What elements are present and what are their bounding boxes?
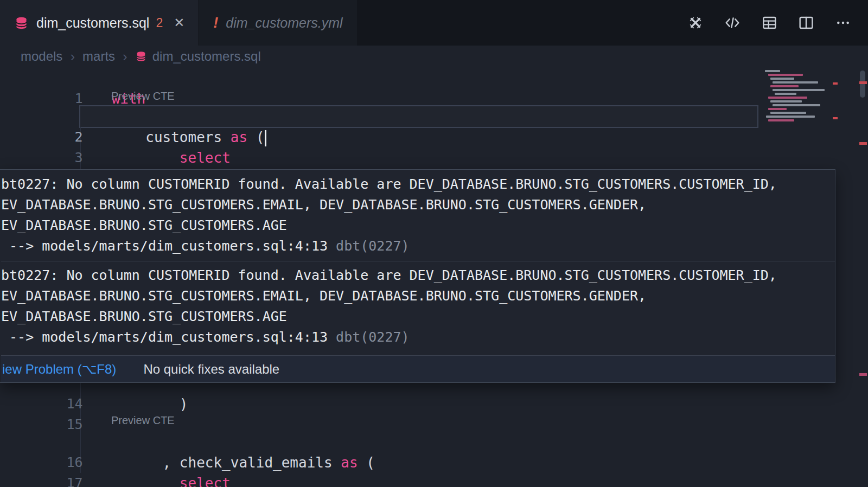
code-token bbox=[112, 475, 180, 487]
error-marker bbox=[859, 373, 867, 376]
diagnostic-text: EV_DATABASE.BRUNO.STG_CUSTOMERS.EMAIL, D… bbox=[1, 195, 835, 215]
minimap-error-marker bbox=[833, 82, 838, 85]
diagnostic-message: bt0227: No column CUSTOMERID found. Avai… bbox=[1, 265, 835, 348]
diagnostic-location: --> models/marts/dim_customers.sql:4:13 bbox=[1, 329, 336, 345]
code-line[interactable]: 2 customers as ( bbox=[0, 106, 835, 127]
code-line[interactable]: 16 , check_valid_emails as ( bbox=[0, 432, 835, 452]
code-line[interactable]: 4 customerId bbox=[0, 148, 835, 168]
code-token: select bbox=[180, 475, 231, 487]
scrollbar[interactable] bbox=[858, 67, 868, 487]
tab-label: dim_customers.sql bbox=[36, 15, 149, 31]
breadcrumb-item-models[interactable]: models bbox=[21, 49, 62, 64]
database-icon bbox=[14, 16, 29, 30]
code-line[interactable]: 3 select bbox=[0, 127, 835, 148]
code-line[interactable]: 17 select bbox=[0, 452, 835, 473]
tab-dim-customers-sql[interactable]: dim_customers.sql 2 ✕ bbox=[0, 0, 199, 46]
tab-modified-badge: 2 bbox=[156, 16, 163, 30]
code-line[interactable]: 15 bbox=[0, 394, 835, 414]
error-indicator-icon: ! bbox=[213, 15, 218, 31]
tab-label: dim_customers.yml bbox=[226, 15, 342, 31]
divider bbox=[1, 261, 835, 261]
scrollbar-thumb[interactable] bbox=[860, 71, 865, 98]
no-quick-fixes-label: No quick fixes available bbox=[143, 362, 279, 377]
line-number: 17 bbox=[34, 473, 83, 487]
breadcrumb: models › marts › dim_customers.sql bbox=[0, 46, 868, 67]
code-preview-icon[interactable] bbox=[724, 14, 741, 31]
diagnostic-source: dbt(0227) bbox=[336, 329, 409, 345]
split-editor-icon[interactable] bbox=[797, 14, 815, 31]
diagnostic-message: bt0227: No column CUSTOMERID found. Avai… bbox=[1, 174, 835, 257]
error-hover-popup: bt0227: No column CUSTOMERID found. Avai… bbox=[0, 169, 835, 383]
diagnostic-source: dbt(0227) bbox=[336, 238, 409, 254]
error-marker bbox=[859, 81, 867, 84]
dbt-extension-icon[interactable] bbox=[687, 14, 704, 31]
code-editor: 1with Preview CTE 2 customers as ( 3 sel… bbox=[0, 67, 868, 487]
view-problem-link[interactable]: iew Problem (⌥F8) bbox=[2, 362, 116, 377]
diagnostic-text: bt0227: No column CUSTOMERID found. Avai… bbox=[1, 265, 835, 286]
minimap[interactable] bbox=[762, 68, 839, 131]
breadcrumb-item-marts[interactable]: marts bbox=[82, 49, 115, 64]
more-actions-icon[interactable] bbox=[834, 14, 852, 31]
error-marker bbox=[859, 142, 867, 145]
minimap-error-marker bbox=[833, 117, 838, 119]
diagnostic-location: --> models/marts/dim_customers.sql:4:13 bbox=[1, 238, 336, 254]
tab-bar: dim_customers.sql 2 ✕ ! dim_customers.ym… bbox=[0, 0, 868, 46]
query-results-table-icon[interactable] bbox=[761, 14, 778, 31]
database-icon bbox=[135, 50, 147, 62]
tab-dim-customers-yml[interactable]: ! dim_customers.yml bbox=[199, 0, 356, 46]
breadcrumb-item-file[interactable]: dim_customers.sql bbox=[152, 49, 261, 64]
chevron-separator: › bbox=[70, 48, 75, 65]
close-icon[interactable]: ✕ bbox=[174, 15, 184, 30]
diagnostic-text: bt0227: No column CUSTOMERID found. Avai… bbox=[1, 174, 835, 195]
diagnostic-text: EV_DATABASE.BRUNO.STG_CUSTOMERS.AGE bbox=[1, 306, 835, 327]
code-line[interactable]: 1with bbox=[0, 68, 835, 88]
editor-actions bbox=[687, 0, 868, 46]
codelens-preview-cte[interactable]: Preview CTE bbox=[111, 88, 175, 104]
codelens-preview-cte[interactable]: Preview CTE bbox=[111, 412, 175, 428]
diagnostic-text: EV_DATABASE.BRUNO.STG_CUSTOMERS.EMAIL, D… bbox=[1, 286, 835, 306]
chevron-separator: › bbox=[123, 48, 127, 65]
hover-status-bar: iew Problem (⌥F8) No quick fixes availab… bbox=[1, 355, 835, 382]
diagnostic-text: EV_DATABASE.BRUNO.STG_CUSTOMERS.AGE bbox=[1, 215, 835, 236]
